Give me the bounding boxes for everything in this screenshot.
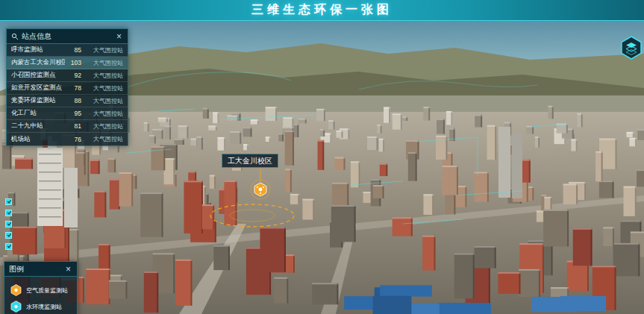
close-icon[interactable]: × xyxy=(115,32,123,41)
station-row[interactable]: 机场站 76 大气国控站 xyxy=(7,133,128,145)
station-aqi: 76 xyxy=(65,136,81,143)
map-legend-panel: 图例 × 空气质量监测站 水环境监测站 xyxy=(4,261,78,314)
station-row[interactable]: 如意开发区监测点 78 大气国控站 xyxy=(7,82,128,95)
station-panel-header: 站点信息 × xyxy=(7,29,128,44)
station-name: 呼市监测站 xyxy=(11,45,65,54)
station-row[interactable]: 小召国控监测点 92 大气国控站 xyxy=(7,69,128,82)
station-name: 如意开发区监测点 xyxy=(11,84,65,92)
water-station-marker-icon xyxy=(10,301,22,313)
station-type: 大气国控站 xyxy=(81,97,123,105)
station-aqi: 85 xyxy=(65,46,81,54)
map-marker-label[interactable]: 工大金川校区 xyxy=(222,154,278,168)
station-type: 大气国控站 xyxy=(81,72,123,80)
station-aqi: 78 xyxy=(65,84,81,92)
search-icon xyxy=(11,33,19,40)
station-aqi: 88 xyxy=(65,97,81,104)
app-window: 工大金川校区 三维生态环保一张图 站点信息 × 呼市监测站 85 大气国控站 内… xyxy=(0,0,644,314)
station-row[interactable]: 化工厂站 95 大气国控站 xyxy=(7,107,128,120)
station-type: 大气国控站 xyxy=(81,46,123,54)
station-row[interactable]: 呼市监测站 85 大气国控站 xyxy=(7,44,128,57)
station-name: 内蒙古工大金川校区 xyxy=(11,58,65,67)
checkbox-checked-icon[interactable] xyxy=(5,198,12,205)
legend-label: 水环境监测站 xyxy=(26,303,62,311)
legend-label: 空气质量监测站 xyxy=(26,286,68,295)
station-name: 小召国控监测点 xyxy=(11,71,65,80)
station-name: 二十九中站 xyxy=(11,122,65,131)
station-name: 机场站 xyxy=(11,135,65,144)
station-type: 大气国控站 xyxy=(81,59,123,67)
station-type: 大气国控站 xyxy=(81,110,123,118)
layers-hexagon-button[interactable] xyxy=(620,36,643,60)
station-list-panel: 站点信息 × 呼市监测站 85 大气国控站 内蒙古工大金川校区 103 大气国控… xyxy=(6,28,128,146)
checkbox-checked-icon[interactable] xyxy=(5,232,12,239)
station-row[interactable]: 党委环保监测站 88 大气国控站 xyxy=(7,95,128,107)
station-type: 大气国控站 xyxy=(81,135,123,143)
legend-list: 空气质量监测站 水环境监测站 xyxy=(4,277,77,314)
legend-item: 水环境监测站 xyxy=(10,301,71,313)
page-title: 三维生态环保一张图 xyxy=(251,2,393,18)
station-aqi: 92 xyxy=(65,72,81,79)
station-name: 党委环保监测站 xyxy=(11,96,65,105)
station-name: 化工厂站 xyxy=(11,109,65,118)
air-station-marker-icon xyxy=(10,284,22,296)
station-row[interactable]: 内蒙古工大金川校区 103 大气国控站 xyxy=(7,57,128,69)
legend-panel-title: 图例 xyxy=(9,264,64,274)
station-aqi: 81 xyxy=(65,122,81,130)
checkbox-checked-icon[interactable] xyxy=(5,221,12,227)
station-panel-title: 站点信息 xyxy=(22,31,115,42)
station-list: 呼市监测站 85 大气国控站 内蒙古工大金川校区 103 大气国控站 小召国控监… xyxy=(7,44,128,145)
checkbox-checked-icon[interactable] xyxy=(5,210,12,216)
legend-panel-header: 图例 × xyxy=(4,262,77,277)
top-bar: 三维生态环保一张图 xyxy=(0,0,644,21)
legend-item: 空气质量监测站 xyxy=(10,284,71,296)
close-icon[interactable]: × xyxy=(64,265,72,274)
station-aqi: 103 xyxy=(65,59,81,66)
station-type: 大气国控站 xyxy=(81,122,123,131)
station-type: 大气国控站 xyxy=(81,84,123,92)
station-row[interactable]: 二十九中站 81 大气国控站 xyxy=(7,120,128,133)
checkbox-checked-icon[interactable] xyxy=(5,243,12,250)
station-aqi: 95 xyxy=(65,110,81,117)
